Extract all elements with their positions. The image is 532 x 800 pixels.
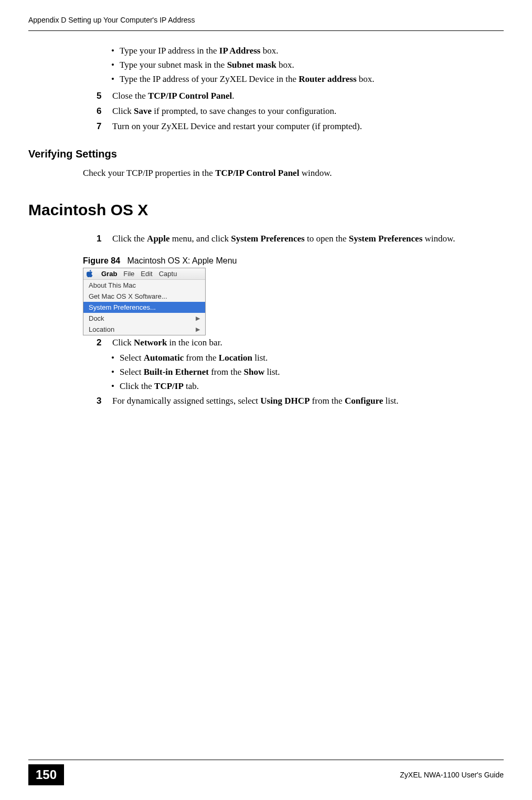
step-text: Click the Apple menu, and click System P… [112,231,455,246]
step-number: 1 [97,231,105,246]
numbered-list-top: 5 Close the TCP/IP Control Panel. 6 Clic… [97,89,504,134]
step-text: Turn on your ZyXEL Device and restart yo… [112,119,362,133]
numbered-item: 6 Click Save if prompted, to save change… [97,104,504,118]
bullet-text: Type your subnet mask in the Subnet mask… [120,58,294,72]
bullet-dot: • [111,351,114,365]
numbered-item: 2 Click Network in the icon bar. [97,335,504,350]
page-header: Appendix D Setting up Your Computer's IP… [0,0,532,28]
macintosh-step1: 1 Click the Apple menu, and click System… [97,231,504,246]
bullet-item: • Type the IP address of your ZyXEL Devi… [111,72,504,86]
menubar-item-capture: Captu [156,270,180,278]
apple-menu-screenshot: Grab File Edit Captu About This Mac Get … [83,268,206,335]
dropdown-item-location: Location ▶ [83,324,205,335]
page-number: 150 [28,764,64,785]
sub-bullet-list: • Select Automatic from the Location lis… [111,351,504,394]
bullet-text: Select Built-in Ethernet from the Show l… [120,365,280,379]
numbered-item: 1 Click the Apple menu, and click System… [97,231,504,246]
step-number: 6 [97,104,105,118]
footer-row: 150 ZyXEL NWA-1100 User's Guide [0,764,532,785]
bullet-text: Type the IP address of your ZyXEL Device… [120,72,375,86]
step-number: 3 [97,394,105,408]
verifying-text: Check your TCP/IP properties in the TCP/… [83,166,504,180]
bullet-item: • Select Built-in Ethernet from the Show… [111,365,504,379]
dropdown-item-getsoftware: Get Mac OS X Software... [83,291,205,302]
bullet-item: • Type your IP address in the IP Address… [111,44,504,58]
footer-divider [28,760,504,760]
macintosh-step3: 3 For dynamically assigned settings, sel… [97,394,504,408]
menubar: Grab File Edit Captu [83,268,205,280]
dropdown-item-sysprefs: System Preferences... [83,302,205,313]
bullet-dot: • [111,44,114,58]
bullet-dot: • [111,379,114,393]
step-text: Close the TCP/IP Control Panel. [112,89,235,103]
bullet-dot: • [111,72,114,86]
numbered-item: 5 Close the TCP/IP Control Panel. [97,89,504,103]
page-footer: 150 ZyXEL NWA-1100 User's Guide [0,760,532,785]
verifying-heading: Verifying Settings [28,148,504,160]
bullet-item: • Type your subnet mask in the Subnet ma… [111,58,504,72]
dropdown-item-dock: Dock ▶ [83,313,205,324]
apple-dropdown: About This Mac Get Mac OS X Software... … [83,280,205,335]
bullet-list-top: • Type your IP address in the IP Address… [111,44,504,87]
step-text: Click Network in the icon bar. [112,335,222,350]
bullet-text: Type your IP address in the IP Address b… [120,44,278,58]
step-text: For dynamically assigned settings, selec… [112,394,399,408]
menubar-item-edit: Edit [137,270,155,278]
bullet-text: Select Automatic from the Location list. [120,351,268,365]
step-number: 2 [97,335,105,350]
step-number: 5 [97,89,105,103]
bullet-dot: • [111,365,114,379]
figure-caption-text: Macintosh OS X: Apple Menu [127,256,237,265]
numbered-item: 3 For dynamically assigned settings, sel… [97,394,504,408]
page-content: • Type your IP address in the IP Address… [0,31,532,408]
bullet-item: • Click the TCP/IP tab. [111,379,504,393]
figure-caption: Figure 84 Macintosh OS X: Apple Menu [83,256,504,266]
submenu-arrow-icon: ▶ [196,326,200,333]
figure-label: Figure 84 [83,256,120,265]
bullet-item: • Select Automatic from the Location lis… [111,351,504,365]
macintosh-step2: 2 Click Network in the icon bar. [97,335,504,350]
footer-guide-text: ZyXEL NWA-1100 User's Guide [400,771,504,779]
step-text: Click Save if prompted, to save changes … [112,104,336,118]
header-text: Appendix D Setting up Your Computer's IP… [28,16,195,24]
apple-logo-icon [86,269,94,278]
macintosh-heading: Macintosh OS X [28,201,504,219]
submenu-arrow-icon: ▶ [196,315,200,322]
menubar-item-file: File [120,270,137,278]
dropdown-item-about: About This Mac [83,280,205,291]
step-number: 7 [97,119,105,133]
menubar-item-grab: Grab [98,270,120,278]
numbered-item: 7 Turn on your ZyXEL Device and restart … [97,119,504,133]
bullet-dot: • [111,58,114,72]
bullet-text: Click the TCP/IP tab. [120,379,199,393]
